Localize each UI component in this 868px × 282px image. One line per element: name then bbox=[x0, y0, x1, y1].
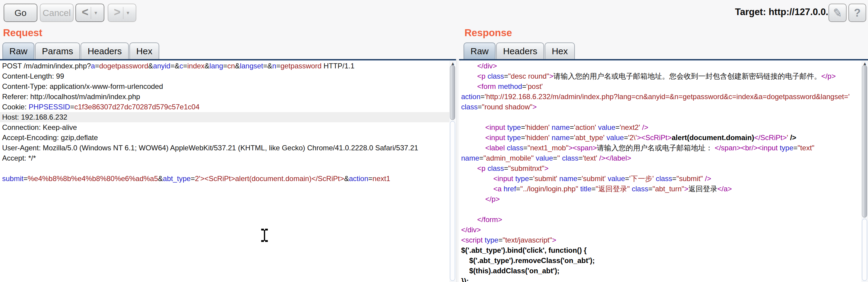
code-line: $('.abt_type').bind('click', function() … bbox=[459, 245, 861, 255]
code-line: <p class="desc round">请输入您的用户名或电子邮箱地址。您会… bbox=[459, 71, 861, 81]
code-line: }); bbox=[459, 276, 861, 282]
code-line: Accept-Encoding: gzip,deflate bbox=[0, 133, 450, 143]
help-button[interactable]: ? bbox=[848, 4, 866, 22]
response-viewer: </div> <p class="desc round">请输入您的用户名或电子… bbox=[459, 61, 861, 282]
code-line: POST /m/admin/index.php?a=dogetpassword&… bbox=[0, 61, 450, 71]
scrollbar-track[interactable] bbox=[862, 219, 867, 281]
code-line: Content-Type: application/x-www-form-url… bbox=[0, 81, 450, 92]
question-mark-icon: ? bbox=[854, 7, 861, 19]
scrollbar-thumb[interactable] bbox=[862, 65, 867, 217]
back-arrow-icon: < bbox=[82, 6, 88, 19]
code-line bbox=[0, 163, 450, 174]
code-line: name="admin_mobile" value='' class='text… bbox=[459, 153, 861, 163]
code-line: submit=%e4%b8%8b%e4%b8%80%e6%ad%a5&abt_t… bbox=[0, 174, 450, 184]
code-line: $('.abt_type').removeClass('on_abt'); bbox=[459, 255, 861, 266]
code-line: </div> bbox=[459, 61, 861, 71]
button-separator bbox=[123, 7, 123, 19]
tab-raw[interactable]: Raw bbox=[464, 42, 496, 59]
panel-divider bbox=[457, 59, 457, 282]
code-line: <form method='post' bbox=[459, 81, 861, 92]
code-line: <p class="submitnxt"> bbox=[459, 163, 861, 174]
tab-hex[interactable]: Hex bbox=[545, 42, 575, 59]
code-line: <script type="text/javascript"> bbox=[459, 235, 861, 245]
scrollbar-track[interactable] bbox=[450, 121, 455, 281]
code-line: <input type='submit' name='submit' value… bbox=[459, 174, 861, 184]
response-scrollbar[interactable]: ▲ bbox=[861, 61, 868, 282]
code-line: Host: 192.168.6.232 bbox=[0, 112, 450, 122]
pencil-icon: ✎ bbox=[832, 5, 843, 20]
response-tabs: RawHeadersHex bbox=[464, 42, 575, 59]
code-line: Content-Length: 99 bbox=[0, 71, 450, 81]
chevron-down-icon: ▼ bbox=[126, 10, 130, 15]
code-line: Referer: http://localhost/m/admin/index.… bbox=[0, 92, 450, 102]
request-editor[interactable]: POST /m/admin/index.php?a=dogetpassword&… bbox=[0, 61, 450, 282]
tab-raw[interactable]: Raw bbox=[2, 42, 34, 59]
code-line bbox=[459, 112, 861, 122]
target-label: Target: http://127.0.0.1 bbox=[735, 7, 834, 17]
code-line: <input type='hidden' name='abt_type' val… bbox=[459, 133, 861, 143]
request-tabs: RawParamsHeadersHex bbox=[2, 42, 159, 59]
scrollbar-thumb[interactable] bbox=[450, 65, 455, 120]
toolbar: Go Cancel < ▼ > ▼ Target: http://127.0.0… bbox=[0, 0, 868, 27]
code-line bbox=[459, 204, 861, 214]
tab-params[interactable]: Params bbox=[35, 42, 80, 59]
response-panel: Response RawHeadersHex </div> <p class="… bbox=[459, 27, 868, 282]
next-request-button: > ▼ bbox=[108, 4, 136, 22]
text-cursor-icon bbox=[260, 228, 269, 242]
cancel-button: Cancel bbox=[40, 4, 73, 22]
tab-headers[interactable]: Headers bbox=[81, 42, 128, 59]
tab-headers[interactable]: Headers bbox=[496, 42, 544, 59]
edit-target-button[interactable]: ✎ bbox=[829, 4, 846, 22]
code-line: </p> bbox=[459, 194, 861, 204]
code-line: <input type='hidden' name='action' value… bbox=[459, 122, 861, 133]
code-line: action='http://192.168.6.232/m/admin/ind… bbox=[459, 92, 861, 102]
go-button[interactable]: Go bbox=[4, 4, 37, 22]
code-line: User-Agent: Mozilla/5.0 (Windows NT 6.1;… bbox=[0, 143, 450, 153]
tab-underline bbox=[459, 59, 868, 61]
code-line: Accept: */* bbox=[0, 153, 450, 163]
request-panel-title: Request bbox=[3, 27, 42, 39]
chevron-down-icon[interactable]: ▼ bbox=[93, 10, 98, 15]
code-line: <label class="next1_mob"><span>请输入您的用户名或… bbox=[459, 143, 861, 153]
request-scrollbar[interactable]: ▲ bbox=[450, 61, 456, 282]
tab-underline bbox=[0, 59, 456, 61]
response-panel-title: Response bbox=[464, 27, 512, 39]
code-line: </form> bbox=[459, 214, 861, 225]
code-line: </div> bbox=[459, 225, 861, 235]
code-line: class="round shadow"> bbox=[459, 102, 861, 112]
tab-hex[interactable]: Hex bbox=[129, 42, 159, 59]
previous-request-button[interactable]: < ▼ bbox=[75, 4, 104, 22]
forward-arrow-icon: > bbox=[114, 6, 120, 19]
code-line: <a href="../login/login.php" title="返回登录… bbox=[459, 184, 861, 194]
button-separator bbox=[91, 7, 91, 19]
code-line: Connection: Keep-alive bbox=[0, 122, 450, 133]
request-panel: Request RawParamsHeadersHex POST /m/admi… bbox=[0, 27, 456, 282]
code-line: $(this).addClass('on_abt'); bbox=[459, 266, 861, 276]
code-line: Cookie: PHPSESSID=c1f3e86307d27dc70287d5… bbox=[0, 102, 450, 112]
